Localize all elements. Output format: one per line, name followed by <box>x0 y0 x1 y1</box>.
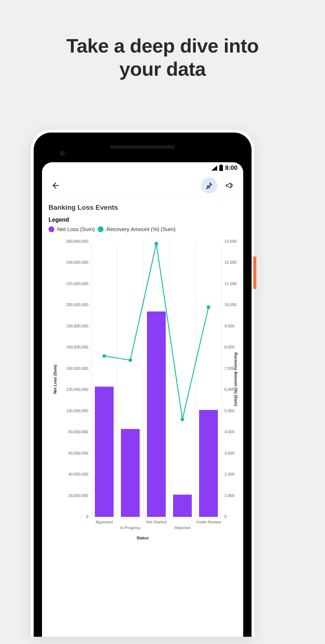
svg-text:Net Loss (Sum): Net Loss (Sum) <box>53 364 57 394</box>
svg-text:Status: Status <box>136 536 149 540</box>
legend-dot-1 <box>48 226 54 232</box>
svg-text:In Progress: In Progress <box>120 526 141 530</box>
phone-frame: 8:00 <box>31 130 254 637</box>
svg-text:Recovery Amount (%) (Sum): Recovery Amount (%) (Sum) <box>234 352 238 406</box>
svg-text:240,000,000: 240,000,000 <box>66 260 88 264</box>
svg-text:Approved: Approved <box>96 520 113 524</box>
svg-text:10,000: 10,000 <box>224 302 237 307</box>
svg-text:8,000: 8,000 <box>224 345 235 349</box>
chart-title: Banking Loss Events <box>48 204 237 212</box>
svg-text:40,000,000: 40,000,000 <box>68 472 88 476</box>
svg-point-40 <box>128 358 132 362</box>
svg-text:140,000,000: 140,000,000 <box>66 366 88 371</box>
pin-button[interactable] <box>201 177 217 193</box>
phone-bezel: 8:00 <box>34 133 252 637</box>
svg-point-41 <box>155 242 158 246</box>
svg-text:Not Started: Not Started <box>146 520 166 524</box>
legend-row: Net Loss (Sum) Recovery Amount (%) (Sum) <box>48 226 237 232</box>
svg-text:120,000,000: 120,000,000 <box>66 387 88 392</box>
arrow-left-icon <box>51 181 60 190</box>
signal-icon <box>211 166 217 171</box>
svg-text:12,000: 12,000 <box>224 260 237 264</box>
content-area: Banking Loss Events Legend Net Loss (Sum… <box>42 197 243 564</box>
svg-point-42 <box>181 418 184 421</box>
svg-text:220,000,000: 220,000,000 <box>66 281 88 286</box>
back-button[interactable] <box>48 177 64 193</box>
svg-text:4,000: 4,000 <box>224 430 235 434</box>
svg-rect-36 <box>147 311 166 517</box>
svg-text:0: 0 <box>224 514 227 519</box>
svg-text:260,000,000: 260,000,000 <box>66 239 88 243</box>
pin-icon <box>205 181 213 189</box>
svg-text:Rejected: Rejected <box>174 526 190 530</box>
battery-icon <box>219 165 223 171</box>
chart-svg: 020,000,00040,000,00060,000,00080,000,00… <box>47 238 238 564</box>
megaphone-icon <box>225 181 234 190</box>
svg-point-39 <box>102 354 106 358</box>
svg-text:60,000,000: 60,000,000 <box>68 451 88 455</box>
svg-rect-38 <box>199 410 218 517</box>
status-bar: 8:00 <box>42 162 243 174</box>
svg-rect-37 <box>173 495 192 517</box>
app-bar <box>42 174 243 197</box>
page-headline: Take a deep dive into your data <box>0 0 325 80</box>
svg-text:11,000: 11,000 <box>224 281 237 286</box>
phone-camera <box>60 151 65 156</box>
svg-text:100,000,000: 100,000,000 <box>66 409 88 413</box>
svg-text:5,000: 5,000 <box>224 409 235 413</box>
headline-line2: your data <box>119 58 206 80</box>
phone-speaker <box>110 145 175 149</box>
svg-text:20,000,000: 20,000,000 <box>68 493 88 498</box>
phone-screen: 8:00 <box>42 162 243 637</box>
announce-button[interactable] <box>221 177 237 193</box>
svg-text:Under Review: Under Review <box>196 520 221 524</box>
svg-text:13,000: 13,000 <box>224 239 237 243</box>
svg-text:2,000: 2,000 <box>224 472 235 476</box>
svg-rect-35 <box>121 429 140 517</box>
chart: 020,000,00040,000,00060,000,00080,000,00… <box>47 238 238 564</box>
svg-text:160,000,000: 160,000,000 <box>66 345 88 349</box>
legend-title: Legend <box>48 217 237 223</box>
svg-text:9,000: 9,000 <box>224 324 235 328</box>
legend-dot-2 <box>98 226 104 232</box>
svg-text:6,000: 6,000 <box>224 387 235 392</box>
svg-rect-34 <box>95 386 114 517</box>
legend-label-2: Recovery Amount (%) (Sum) <box>106 226 176 232</box>
status-time: 8:00 <box>225 164 237 172</box>
svg-text:80,000,000: 80,000,000 <box>68 430 88 434</box>
svg-text:7,000: 7,000 <box>224 366 235 371</box>
phone-power-button <box>253 256 256 289</box>
svg-text:180,000,000: 180,000,000 <box>66 324 88 328</box>
svg-point-43 <box>207 305 210 309</box>
legend-label-1: Net Loss (Sum) <box>57 226 95 232</box>
headline-line1: Take a deep dive into <box>66 35 259 57</box>
svg-text:3,000: 3,000 <box>224 451 235 455</box>
svg-text:200,000,000: 200,000,000 <box>66 302 88 307</box>
svg-text:0: 0 <box>86 514 88 519</box>
svg-text:1,000: 1,000 <box>224 493 235 498</box>
